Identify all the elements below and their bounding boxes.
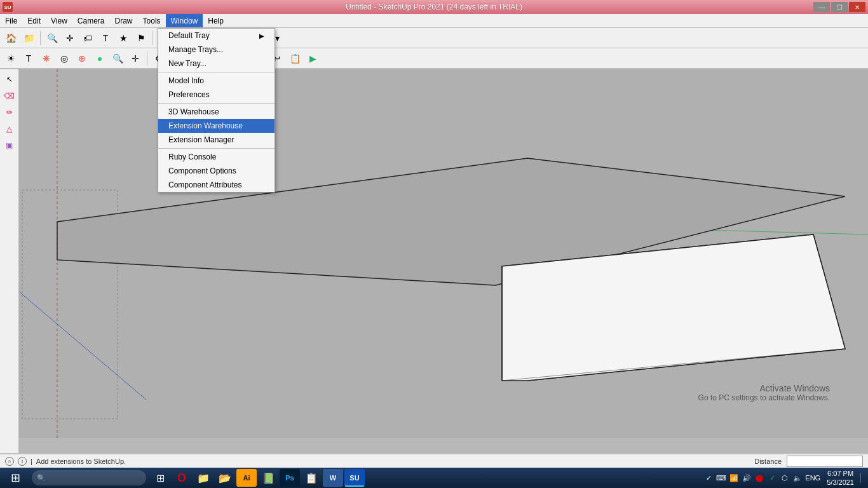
- menu-item-manage-trays[interactable]: Manage Trays...: [158, 43, 275, 57]
- taskbar-app-opera[interactable]: O: [172, 469, 192, 487]
- tool-paint[interactable]: ✏: [2, 105, 17, 120]
- tray-speaker[interactable]: 🔈: [792, 473, 803, 483]
- maximize-button[interactable]: ☐: [831, 2, 848, 12]
- toolbar2-btn3[interactable]: ❋: [38, 50, 55, 67]
- menu-camera[interactable]: Camera: [72, 14, 110, 27]
- window-title: Untitled - SketchUp Pro 2021 (24 days le…: [346, 3, 522, 11]
- toolbar-sep2: [153, 31, 153, 45]
- taskbar-app-sketchup[interactable]: SU: [344, 469, 365, 487]
- toolbar-btn-house[interactable]: 🏠: [3, 30, 19, 46]
- close-button[interactable]: ✕: [849, 2, 865, 12]
- status-message: Add extensions to SketchUp.: [36, 458, 126, 465]
- tray-battery[interactable]: ⬡: [780, 473, 790, 483]
- menu-draw[interactable]: Draw: [110, 14, 138, 27]
- taskbar-app-clipboard[interactable]: 📋: [301, 469, 322, 487]
- toolbar2-sep1: [147, 51, 147, 65]
- menu-item-ruby-console[interactable]: Ruby Console: [158, 150, 275, 164]
- start-button[interactable]: ⊞: [3, 469, 28, 487]
- toolbar2-btn1[interactable]: ☀: [3, 50, 19, 67]
- toolbar2-btn8[interactable]: ✛: [127, 50, 144, 67]
- clock-time: 6:07 PM: [827, 469, 853, 478]
- minimize-button[interactable]: —: [813, 2, 830, 12]
- distance-input[interactable]: [787, 456, 863, 467]
- status-circle-icon[interactable]: ○: [5, 457, 14, 466]
- menu-item-extension-manager[interactable]: Extension Manager: [158, 133, 275, 147]
- window-controls: — ☐ ✕: [813, 2, 865, 12]
- distance-label: Distance: [754, 458, 782, 465]
- menu-bar: File Edit View Camera Draw Tools Window …: [0, 14, 868, 28]
- system-clock[interactable]: 6:07 PM 5/3/2021: [823, 469, 858, 487]
- menu-item-preferences[interactable]: Preferences: [158, 88, 275, 102]
- submenu-arrow: ▶: [259, 32, 264, 39]
- menu-window[interactable]: Window: [166, 14, 203, 27]
- tray-lang[interactable]: ENG: [805, 474, 820, 482]
- taskbar-search[interactable]: 🔍: [32, 470, 146, 485]
- toolbar2-btn2[interactable]: T: [20, 50, 37, 67]
- toolbar-btn-star[interactable]: ★: [115, 30, 132, 46]
- toolbar-row1: 🏠 📁 🔍 ✛ 🏷 T ★ ⚑ 🎨 ↖ ✥ ⊞ ↻ 👤 ▾: [0, 28, 868, 48]
- tray-signal[interactable]: 📶: [729, 473, 739, 483]
- menu-item-component-options[interactable]: Component Options: [158, 164, 275, 178]
- menu-item-default-tray[interactable]: Default Tray ▶: [158, 29, 275, 43]
- show-desktop-button[interactable]: [860, 473, 865, 483]
- toolbar-row2: ☀ T ❋ ◎ ⊕ ● 🔍 ✛ ⚙ ≋ ≡ ⚙ 👤 ▾ ↩ 📋 ▶: [0, 48, 868, 69]
- tray-volume[interactable]: 🔊: [742, 473, 752, 483]
- app-icon: SU: [3, 2, 13, 12]
- taskbar-app-notepad[interactable]: 📗: [258, 469, 278, 487]
- taskbar-app-filemanager[interactable]: 📂: [215, 469, 235, 487]
- toolbar-btn-flag[interactable]: ⚑: [133, 30, 149, 46]
- menu-separator-3: [158, 148, 275, 149]
- menu-edit[interactable]: Edit: [22, 14, 46, 27]
- tool-select[interactable]: ↖: [2, 72, 17, 87]
- tool-eraser[interactable]: ⌫: [2, 88, 17, 104]
- tray-keyboard[interactable]: ⌨: [716, 473, 726, 483]
- menu-item-component-attributes[interactable]: Component Attributes: [158, 178, 275, 192]
- taskbar-app-photoshop[interactable]: Ps: [280, 469, 300, 487]
- window-dropdown-menu: Default Tray ▶ Manage Trays... New Tray.…: [158, 28, 275, 193]
- toolbar-btn-text[interactable]: T: [97, 30, 114, 46]
- scene-svg: [19, 69, 868, 438]
- tool-push[interactable]: ▣: [2, 138, 17, 153]
- title-bar: SU Untitled - SketchUp Pro 2021 (24 days…: [0, 0, 868, 14]
- tray-antivirus-green[interactable]: ✓: [767, 473, 777, 483]
- toolbar-area: 🏠 📁 🔍 ✛ 🏷 T ★ ⚑ 🎨 ↖ ✥ ⊞ ↻ 👤 ▾ ☀ T ❋ ◎ ⊕ …: [0, 28, 868, 69]
- tray-checkmark[interactable]: ✓: [703, 473, 714, 483]
- taskbar: ⊞ 🔍 ⊞ O 📁 📂 Ai 📗 Ps 📋 W SU ✓ ⌨ 📶 🔊 ⬤ ✓ ⬡…: [0, 468, 868, 488]
- taskbar-app-illustrator[interactable]: Ai: [236, 469, 257, 487]
- menu-item-model-info[interactable]: Model Info: [158, 74, 275, 88]
- toolbar-sep1: [40, 31, 41, 45]
- taskbar-app-explorer[interactable]: 📁: [193, 469, 214, 487]
- menu-item-3d-warehouse[interactable]: 3D Warehouse: [158, 105, 275, 119]
- toolbar2-btn5[interactable]: ⊕: [74, 50, 90, 67]
- toolbar-btn-crosshair[interactable]: ✛: [62, 30, 78, 46]
- menu-separator-2: [158, 103, 275, 104]
- status-bar: ○ i | Add extensions to SketchUp. Distan…: [0, 454, 868, 468]
- toolbar2-btn16[interactable]: ▶: [304, 50, 321, 67]
- taskbar-right: ✓ ⌨ 📶 🔊 ⬤ ✓ ⬡ 🔈 ENG 6:07 PM 5/3/2021: [703, 469, 865, 487]
- menu-item-extension-warehouse[interactable]: Extension Warehouse: [158, 119, 275, 133]
- main-area: ↖ ⌫ ✏ △ ▣: [0, 69, 868, 453]
- tray-antivirus-red[interactable]: ⬤: [754, 473, 764, 483]
- menu-separator-1: [158, 72, 275, 72]
- toolbar2-btn6[interactable]: ●: [92, 50, 108, 67]
- menu-view[interactable]: View: [46, 14, 72, 27]
- toolbar2-btn4[interactable]: ◎: [56, 50, 72, 67]
- tool-shape[interactable]: △: [2, 121, 17, 137]
- status-separator: |: [31, 458, 32, 465]
- left-toolbar: ↖ ⌫ ✏ △ ▣: [0, 69, 19, 453]
- menu-help[interactable]: Help: [203, 14, 229, 27]
- toolbar-btn-tag[interactable]: 🏷: [79, 30, 96, 46]
- clock-date: 5/3/2021: [827, 478, 854, 487]
- status-info-icon[interactable]: i: [18, 457, 27, 466]
- menu-file[interactable]: File: [0, 14, 22, 27]
- taskbar-app-word[interactable]: W: [323, 469, 343, 487]
- toolbar-btn-folder[interactable]: 📁: [20, 30, 37, 46]
- canvas-area: Activate Windows Go to PC settings to ac…: [19, 69, 868, 453]
- toolbar2-btn7[interactable]: 🔍: [109, 50, 126, 67]
- task-view-button[interactable]: ⊞: [150, 469, 170, 487]
- menu-tools[interactable]: Tools: [138, 14, 166, 27]
- toolbar-btn-search[interactable]: 🔍: [44, 30, 60, 46]
- menu-item-new-tray[interactable]: New Tray...: [158, 57, 275, 71]
- toolbar2-btn15[interactable]: 📋: [287, 50, 303, 67]
